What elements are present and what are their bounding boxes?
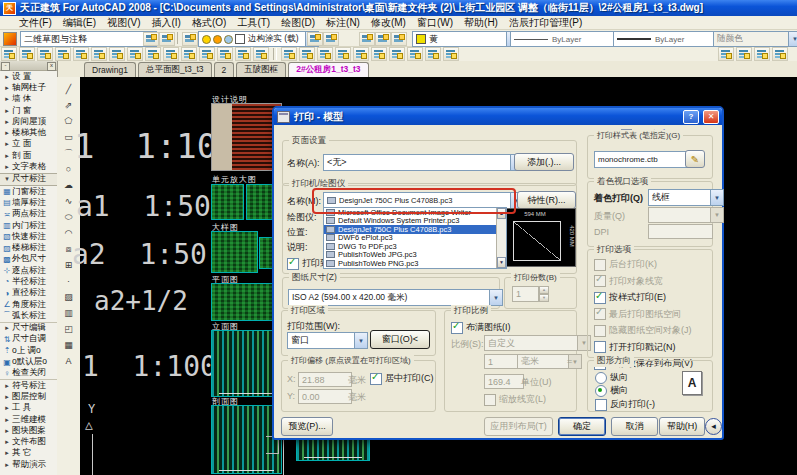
menu-item[interactable]: 修改(M) [366, 16, 411, 30]
layer-filter-icon[interactable] [359, 32, 375, 46]
checkbox-icon[interactable] [594, 259, 606, 271]
printer-list-item[interactable]: DesignJet 750C Plus C4708B.pc3 [324, 225, 497, 234]
sidebar-item[interactable]: ▸ 其 它 [0, 448, 57, 459]
layer-tool-icon[interactable] [718, 47, 734, 61]
shade-plot-select[interactable]: 线框 ▼ [648, 189, 724, 206]
sidebar-item[interactable]: ◔ 半径标注 [0, 276, 57, 287]
bulb-icon[interactable] [202, 35, 211, 44]
sidebar-item[interactable]: ▨ 楼梯标注 [0, 242, 57, 253]
layer-tool-icon[interactable] [91, 47, 107, 61]
layer-tool-icon[interactable] [317, 47, 333, 61]
dialog-close-icon[interactable]: ✕ [703, 110, 719, 124]
minimize-icon[interactable]: - [1, 62, 10, 71]
preview-button[interactable]: 预览(P)... [281, 417, 333, 436]
sidebar-item[interactable]: ▸ 帮助演示 [0, 459, 57, 470]
ok-button[interactable]: 确定 [558, 417, 606, 436]
sidebar-item[interactable]: ▥ 内门标注 [0, 220, 57, 231]
document-tab[interactable]: 五陂图框 [236, 62, 286, 77]
draw-tool-icon[interactable]: ⇗ [59, 97, 78, 113]
draw-tool-icon[interactable]: ◰ [59, 321, 78, 337]
menu-item[interactable]: 插入(I) [146, 16, 185, 30]
sidebar-item[interactable]: ▸ 文字表格 [0, 161, 57, 172]
layer-tool-icon[interactable] [235, 47, 251, 61]
sidebar-item[interactable]: ▦ 门窗标注 [0, 186, 57, 197]
workspace-select[interactable]: 二维草图与注释▼ [20, 31, 157, 47]
help-button[interactable]: 帮助(H) [659, 417, 705, 436]
checkbox-icon[interactable] [594, 275, 606, 287]
layer-tool-icon[interactable] [19, 47, 35, 61]
layer-tool-icon[interactable] [335, 47, 351, 61]
list-scrollbar[interactable]: ▲ ▼ [496, 208, 506, 268]
plot-option-checkbox[interactable]: 最后打印图纸空间 [594, 308, 710, 321]
layer-tool-icon[interactable] [181, 47, 197, 61]
layer-tool-icon[interactable] [299, 47, 315, 61]
layer-select[interactable]: 边构涂实 (载) ▼ [198, 31, 319, 47]
layer-tool-icon[interactable] [163, 47, 179, 61]
chevron-down-icon[interactable]: ▼ [710, 190, 723, 205]
draw-tool-icon[interactable]: ◠ [59, 225, 78, 241]
layer-tool-icon[interactable] [73, 47, 89, 61]
sidebar-item[interactable]: ▣ o默认层o [0, 356, 57, 367]
plot-option-checkbox[interactable]: 按样式打印(E) [594, 291, 710, 304]
window-pick-button[interactable]: 窗口(O)< [370, 330, 430, 349]
scroll-down-icon[interactable]: ▼ [497, 257, 506, 268]
sidebar-item[interactable]: ▸ 墙 体 [0, 94, 57, 105]
draw-tool-icon[interactable]: ▭ [59, 129, 78, 145]
checkbox-icon[interactable] [370, 373, 382, 385]
menu-item[interactable]: 工具(T) [232, 16, 275, 30]
sidebar-item[interactable]: ▸ 门 窗 [0, 105, 57, 116]
sidebar-item[interactable]: ⌒ 弧长标注 [0, 310, 57, 321]
draw-tool-icon[interactable]: ☁ [59, 177, 78, 193]
draw-tool-icon[interactable]: ⬠ [59, 113, 78, 129]
document-tab[interactable]: 2#公租房1_t3_t3 [288, 62, 368, 77]
sidebar-item[interactable]: ▸ 立 面 [0, 139, 57, 150]
sidebar-item[interactable]: ▸ 图层控制 [0, 391, 57, 402]
printer-list-item[interactable]: PublishToWeb PNG.pc3 [324, 259, 497, 268]
sidebar-item[interactable]: ⇅ 尺寸自调 [0, 334, 57, 345]
sidebar-item[interactable]: ▤ 墙厚标注 [0, 197, 57, 208]
draw-tool-icon[interactable]: · [59, 273, 78, 289]
make-object-layer-icon[interactable] [375, 32, 391, 46]
layer-previous-icon[interactable] [307, 32, 323, 46]
layer-tool-icon[interactable] [37, 47, 53, 61]
layer-tool-icon[interactable] [425, 47, 441, 61]
add-pagesetup-button[interactable]: 添加(.)... [514, 153, 574, 171]
color-select[interactable]: 黄 ▼ [412, 31, 520, 47]
draw-tool-icon[interactable]: A [59, 353, 78, 369]
checkbox-icon[interactable] [287, 258, 299, 270]
layer-tool-icon[interactable] [1, 47, 17, 61]
sidebar-item[interactable]: ▸ 三维建模 [0, 414, 57, 425]
draw-tool-icon[interactable]: ⬭ [59, 209, 78, 225]
fit-to-paper-checkbox[interactable]: 布满图纸(I) [451, 321, 511, 334]
pagesetup-name-select[interactable]: <无> ▼ [323, 154, 524, 171]
sidebar-item[interactable]: ▸ 轴网柱子 [0, 82, 57, 93]
layer-tool-icon[interactable] [736, 47, 752, 61]
edit-style-table-button[interactable]: ✎ [685, 150, 705, 168]
sidebar-item[interactable]: ⇡ o上 调o [0, 345, 57, 356]
checkbox-icon[interactable] [594, 308, 606, 320]
dialog-help-icon[interactable]: ? [683, 110, 699, 124]
layer-tool-icon[interactable] [199, 47, 215, 61]
chevron-down-icon[interactable]: ▼ [489, 290, 502, 305]
sidebar-item[interactable]: ▸ 工 具 [0, 403, 57, 414]
layer-tool-icon[interactable] [109, 47, 125, 61]
printer-list-item[interactable]: Default Windows System Printer.pc3 [324, 217, 497, 226]
draw-tool-icon[interactable]: ⊞ [59, 257, 78, 273]
plot-option-checkbox[interactable]: 打印对象线宽 [594, 275, 710, 288]
sidebar-item[interactable]: ▩ 外包尺寸 [0, 254, 57, 265]
menu-item[interactable]: 绘图(D) [276, 16, 320, 30]
sidebar-item[interactable]: ▸ 房间屋顶 [0, 116, 57, 127]
layer-tool-icon[interactable] [253, 47, 269, 61]
menu-item[interactable]: 帮助(H) [459, 16, 503, 30]
draw-tool-icon[interactable]: ○ [59, 161, 78, 177]
lineweight-select[interactable]: ByLayer ▼ [613, 31, 727, 47]
draw-tool-icon[interactable]: ⧈ [59, 241, 78, 257]
landscape-radio[interactable]: 横向 [595, 384, 628, 397]
layer-tool-icon[interactable] [145, 47, 161, 61]
checkbox-icon[interactable] [595, 399, 607, 411]
draw-tool-icon[interactable]: ▥ [59, 305, 78, 321]
document-tab[interactable]: 总平面图_t3_t3 [138, 62, 212, 77]
sun-icon[interactable] [213, 35, 222, 44]
menu-item[interactable]: 窗口(W) [412, 16, 458, 30]
document-tab[interactable]: Drawing1 [84, 62, 136, 77]
